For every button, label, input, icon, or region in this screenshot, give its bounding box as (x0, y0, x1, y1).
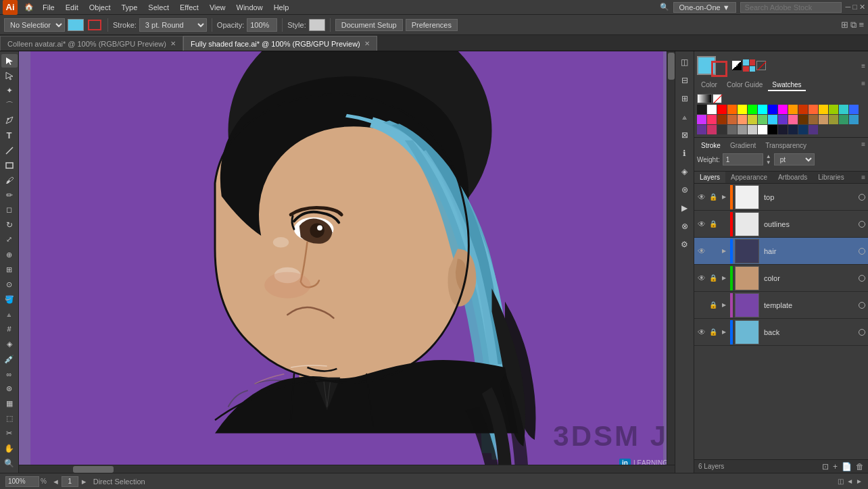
status-arrow-right[interactable]: ► (856, 478, 863, 485)
rectangle-tool[interactable] (1, 159, 18, 172)
swatch-cell[interactable] (758, 115, 767, 124)
pathfinder-icon[interactable]: ◈ (677, 163, 693, 180)
navigator-icon[interactable]: ◫ (838, 478, 844, 485)
gradient-tool[interactable]: ◈ (1, 337, 18, 351)
layer-expand-color[interactable]: ▶ (720, 274, 728, 282)
swatch-cell[interactable] (738, 105, 747, 114)
layer-row[interactable]: 👁 ▶ hair (694, 238, 868, 265)
tab-color[interactable]: Color (697, 80, 721, 91)
swatch-cell[interactable] (738, 115, 747, 124)
layers-tab[interactable]: Layers (694, 172, 725, 183)
play-icon[interactable]: ▶ (677, 200, 693, 216)
swatch-cell[interactable] (707, 115, 717, 124)
swatch-cell[interactable] (748, 125, 757, 134)
maximize-btn[interactable]: □ (852, 3, 857, 11)
direct-selection-tool[interactable] (1, 69, 18, 82)
default-colors-btn[interactable] (732, 61, 742, 70)
stroke-color-box[interactable] (711, 61, 727, 77)
minimize-btn[interactable]: ─ (846, 3, 851, 11)
swatch-cell[interactable] (798, 115, 808, 124)
swatch-cell[interactable] (809, 125, 818, 134)
layer-lock-top[interactable]: 🔒 (708, 192, 718, 202)
paintbrush-tool[interactable]: 🖌 (1, 174, 18, 187)
hand-tool[interactable]: ✋ (1, 442, 18, 455)
swatch-cell[interactable] (758, 105, 767, 114)
next-artboard-btn[interactable]: ► (80, 478, 88, 486)
line-tool[interactable] (1, 143, 18, 157)
magic-wand-tool[interactable]: ✦ (1, 84, 18, 97)
links-icon[interactable]: ⊗ (677, 218, 693, 234)
layers-menu-btn[interactable]: ≡ (859, 172, 868, 183)
perspective-grid-tool[interactable]: ⟁ (1, 307, 18, 321)
settings-icon[interactable]: ⚙ (677, 236, 693, 253)
swatch-cell[interactable] (697, 105, 706, 114)
delete-layer-btn[interactable]: 🗑 (856, 462, 864, 471)
layer-row[interactable]: 👁 🔒 ▶ top (694, 184, 868, 211)
layer-visibility-top[interactable]: 👁 (697, 192, 706, 202)
menu-edit[interactable]: Edit (61, 2, 83, 13)
swatch-cell[interactable] (727, 105, 737, 114)
info-icon[interactable]: ℹ (677, 145, 693, 161)
swatch-cell[interactable] (778, 125, 788, 134)
swatch-cell[interactable] (829, 115, 838, 124)
tab-color-guide[interactable]: Color Guide (723, 80, 767, 91)
menu-object[interactable]: Object (85, 2, 116, 13)
swatch-cell[interactable] (738, 125, 747, 134)
swap-colors-btn[interactable] (743, 59, 755, 72)
horizontal-scrollbar-thumb[interactable] (73, 466, 114, 473)
menu-effect[interactable]: Effect (175, 2, 203, 13)
layer-row[interactable]: 👁 🔒 outlines (694, 211, 868, 238)
zoom-tool[interactable]: 🔍 (1, 457, 18, 470)
type-tool[interactable]: T (1, 128, 18, 142)
swatch-cell[interactable] (748, 105, 757, 114)
tab-colleen-avatar[interactable]: Colleen avatar.ai* @ 100% (RGB/GPU Previ… (0, 36, 183, 51)
scale-tool[interactable]: ⤢ (1, 233, 18, 247)
free-transform-tool[interactable]: ⊞ (1, 263, 18, 276)
zoom-input[interactable] (5, 476, 39, 487)
transform-icon-r[interactable]: ⟁ (677, 109, 693, 125)
stroke-dropdown[interactable]: 3 pt. Round (139, 18, 207, 32)
swatch-cell[interactable] (758, 125, 767, 134)
slice-tool[interactable]: ✂ (1, 427, 18, 440)
swatch-cell[interactable] (727, 125, 737, 134)
layer-lock-color[interactable]: 🔒 (708, 274, 718, 283)
fill-swatch[interactable] (68, 19, 84, 31)
menu-select[interactable]: Select (143, 2, 174, 13)
lasso-tool[interactable]: ⌒ (1, 99, 18, 112)
symbol-sprayer-tool[interactable]: ⊛ (1, 382, 18, 396)
live-paint-tool[interactable]: 🪣 (1, 292, 18, 306)
opacity-input[interactable] (247, 18, 277, 32)
swatch-cell[interactable] (768, 105, 777, 114)
layer-target-back[interactable] (859, 329, 865, 336)
mesh-tool[interactable]: # (1, 322, 18, 336)
libraries-tab[interactable]: Libraries (813, 172, 849, 183)
layer-target-color[interactable] (859, 275, 865, 282)
stroke-menu-btn[interactable]: ≡ (861, 140, 865, 151)
layer-expand-top[interactable]: ▶ (720, 193, 728, 201)
puppet-warp-tool[interactable]: ⊕ (1, 248, 18, 261)
artboard-tool[interactable]: ⬚ (1, 412, 18, 426)
tab-close-0[interactable]: ✕ (170, 40, 176, 47)
swatch-cell[interactable] (707, 105, 717, 114)
none-btn[interactable] (756, 61, 766, 70)
pen-tool[interactable] (1, 113, 18, 127)
layer-lock-outlines[interactable]: 🔒 (708, 220, 718, 229)
layer-visibility-hair[interactable]: 👁 (697, 247, 706, 256)
horizontal-scrollbar[interactable] (19, 465, 675, 473)
style-swatch[interactable] (309, 19, 325, 31)
workspace-button[interactable]: One-on-One ▼ (673, 2, 736, 13)
menu-type[interactable]: Type (117, 2, 143, 13)
make-clipping-mask-btn[interactable]: ⊡ (822, 462, 829, 471)
layer-visibility-color[interactable]: 👁 (697, 274, 706, 283)
artboard-input[interactable] (62, 476, 78, 487)
artboards-tab[interactable]: Artboards (773, 172, 813, 183)
close-btn[interactable]: ✕ (859, 3, 865, 11)
swatch-cell[interactable] (849, 105, 859, 114)
arrange-icon[interactable]: ⊞ (841, 20, 848, 30)
create-sublayer-btn[interactable]: + (833, 462, 838, 471)
swatch-cell[interactable] (697, 115, 706, 124)
layer-expand-template[interactable]: ▶ (720, 301, 728, 309)
layer-lock-hair[interactable] (708, 247, 718, 256)
swatch-cell[interactable] (768, 125, 777, 134)
status-arrow-left[interactable]: ◄ (846, 478, 853, 485)
